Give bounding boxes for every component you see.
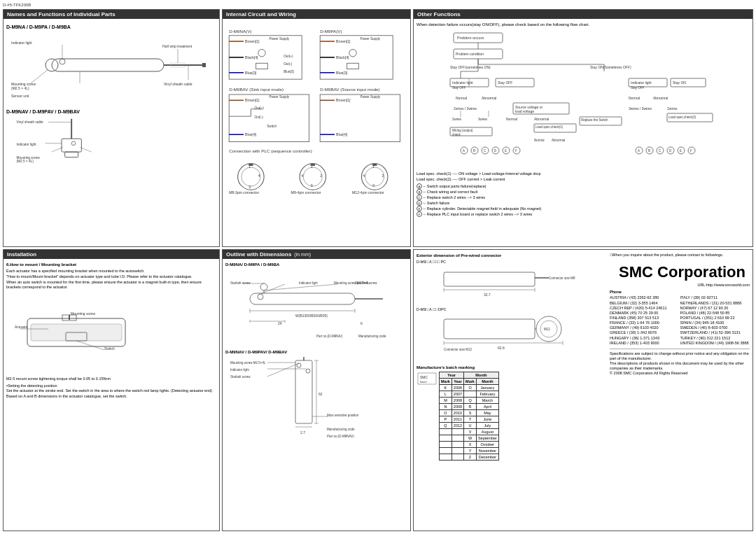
svg-rect-19 — [65, 152, 78, 157]
svg-text:Manufacturing code: Manufacturing code — [358, 335, 386, 338]
svg-line-221 — [267, 363, 299, 377]
svg-text:Part no.(D-M9NA/): Part no.(D-M9NA/) — [316, 335, 343, 338]
svg-text:Switch: Switch — [267, 125, 276, 128]
batch-mark-header: Mark — [440, 379, 452, 385]
svg-line-21 — [52, 147, 63, 152]
svg-point-209 — [306, 369, 310, 373]
page: D-#5-TFK200B Names and Functions of Indi… — [0, 0, 756, 534]
svg-text:Mounting screw M2.5×4L: Mounting screw M2.5×4L — [230, 361, 266, 365]
circuit-section: Internal Circuit and Wiring D-M9NA(V) D-… — [222, 9, 411, 247]
svg-text:Abnormal: Abnormal — [482, 96, 496, 100]
svg-text:Indicator light: Indicator light — [11, 41, 32, 45]
svg-text:2: 2 — [382, 174, 384, 178]
outline-header-label: Outline with Dimensions — [226, 251, 291, 258]
table-row: XOctober — [440, 442, 499, 448]
svg-text:2wires: 2wires — [667, 106, 678, 111]
svg-text:Blue[4]: Blue[4] — [245, 132, 257, 136]
svg-text:Indicator light: Indicator light — [230, 368, 250, 372]
svg-text:Sensor unit: Sensor unit — [11, 94, 29, 98]
installation-header-label: Installation — [7, 251, 36, 258]
svg-text:Brown[1]: Brown[1] — [245, 98, 260, 102]
svg-text:Part no.(D-M9NAV): Part no.(D-M9NAV) — [327, 435, 354, 438]
svg-rect-226 — [444, 272, 535, 286]
svg-text:Blue[3]: Blue[3] — [336, 71, 348, 75]
svg-text:Stay OFF: Stay OFF — [498, 80, 512, 85]
installation-body: 6.How to mount / Mounting bracket Each a… — [4, 259, 219, 527]
mount-title: 6.How to mount / Mounting bracket — [6, 262, 216, 267]
svg-text:Normal: Normal — [534, 139, 545, 142]
rightbottom-body: Exterior dimension of Pre-wired connecto… — [414, 250, 752, 531]
svg-text:Actuator: Actuator — [15, 325, 28, 329]
svg-text:2.7: 2.7 — [300, 430, 305, 435]
rightbottom-section: Exterior dimension of Pre-wired connecto… — [413, 249, 753, 531]
circuit-header-label: Internal Circuit and Wiring — [226, 11, 296, 17]
svg-text:Problem condition: Problem condition — [456, 52, 484, 56]
smc-logo: SMC Corporation — [610, 260, 750, 283]
svg-text:F: F — [690, 149, 692, 153]
svg-text:3: 3 — [311, 183, 313, 188]
table-row: N2009RApril — [440, 404, 499, 410]
rightbottom-content: Exterior dimension of Pre-wired connecto… — [416, 253, 750, 528]
svg-rect-4 — [202, 63, 206, 67]
svg-rect-18 — [62, 139, 81, 152]
contact-grid: Phone AUSTRIA / (43) 2262-62 280 BELGIUM… — [610, 290, 750, 346]
circuit-header: Internal Circuit and Wiring — [223, 10, 410, 19]
batch-month-header: Month — [464, 372, 499, 379]
svg-point-52 — [349, 50, 356, 57]
svg-text:Starbolt screw: Starbolt screw — [230, 375, 251, 379]
other-section: Other Functions When detection failure o… — [413, 9, 753, 247]
svg-text:check: check — [452, 133, 461, 136]
outline-header: Outline with Dimensions (in mm) — [223, 250, 410, 259]
connector-dims: Exterior dimension of Pre-wired connecto… — [416, 253, 604, 528]
svg-text:D: D — [494, 149, 497, 153]
svg-text:2: 2 — [320, 174, 322, 178]
svg-line-15 — [31, 69, 48, 83]
table-row: O2010SMay — [440, 410, 499, 416]
svg-text:M12: M12 — [544, 328, 550, 331]
connector-m12-svg: M12 Connector size M12 62.6 — [416, 312, 604, 361]
svg-text:Blue[3]: Blue[3] — [284, 70, 294, 73]
svg-text:W(B1300/B200/B05): W(B1300/B200/B05) — [295, 314, 328, 318]
svg-text:C: C — [484, 149, 486, 153]
torque-note: M2.5 mount screw tightening torque shall… — [6, 377, 216, 381]
other-header-label: Other Functions — [417, 11, 461, 17]
svg-rect-97 — [372, 164, 377, 166]
svg-text:(M2.5 × 4L): (M2.5 × 4L) — [11, 86, 29, 90]
svg-text:Connector size M8: Connector size M8 — [549, 276, 575, 280]
batch-table-container: SMC batch Year Month Mark Year — [416, 372, 604, 461]
disclaimer: Specifications are subject to change wit… — [610, 349, 750, 377]
batch-label: Manufacture's batch marking — [416, 365, 604, 370]
svg-text:A: A — [638, 149, 640, 153]
batch-year-sub: Year — [451, 379, 463, 385]
svg-rect-0 — [52, 59, 164, 71]
svg-text:24: 24 — [278, 321, 282, 325]
svg-text:4: 4 — [363, 174, 365, 178]
table-row: Q2012UJuly — [440, 423, 499, 429]
svg-text:Load spec.check(1): Load spec.check(1) — [536, 125, 564, 129]
svg-text:Stay ON(Sometimes OFF): Stay ON(Sometimes OFF) — [590, 65, 631, 69]
device-label-1: D-M9NA / D-M9PA / D-M9BA — [6, 24, 216, 29]
mount-description: Each actuator has a specified mounting b… — [6, 269, 216, 290]
device-svg-2: Vinyl sheath cable Indicator light Mount… — [6, 115, 216, 178]
svg-text:D-M9BAV (Source input mode): D-M9BAV (Source input mode) — [320, 87, 379, 92]
flowchart-svg: Problem occurs Problem condition Stay OF… — [416, 29, 750, 169]
mount-svg: Mounting screw Actuator Switch — [6, 290, 216, 374]
svg-text:Indicator light: Indicator light — [631, 80, 652, 85]
svg-text:Mounting screw: Mounting screw — [17, 156, 41, 160]
outline-section: Outline with Dimensions (in mm) D-M9NA/ … — [222, 249, 411, 531]
svg-text:Vinyl sheath cable: Vinyl sheath cable — [164, 82, 192, 86]
device-diagram-2: Vinyl sheath cable Indicator light Mount… — [6, 115, 216, 178]
svg-text:D-M9BAV (Sink input mode): D-M9BAV (Sink input mode) — [229, 87, 284, 92]
svg-text:Abnormal: Abnormal — [534, 117, 549, 121]
svg-text:Indicator light: Indicator light — [452, 80, 473, 85]
batch-table: Year Month Mark Year Mark Month K2006OJa… — [439, 372, 499, 461]
svg-text:Out(-): Out(-) — [284, 62, 293, 66]
svg-text:32.7: 32.7 — [484, 293, 491, 297]
svg-text:Stay OFF: Stay OFF — [631, 86, 645, 90]
svg-text:3wires / 3wires: 3wires / 3wires — [629, 106, 652, 111]
names-header-label: Names and Functions of Individual Parts — [7, 11, 115, 17]
svg-text:Starbolt screw: Starbolt screw — [230, 281, 251, 285]
svg-text:Stay OFF: Stay OFF — [452, 86, 466, 90]
svg-text:Connector size M12: Connector size M12 — [444, 348, 472, 351]
exterior-label: Exterior dimension of Pre-wired connecto… — [416, 253, 604, 258]
